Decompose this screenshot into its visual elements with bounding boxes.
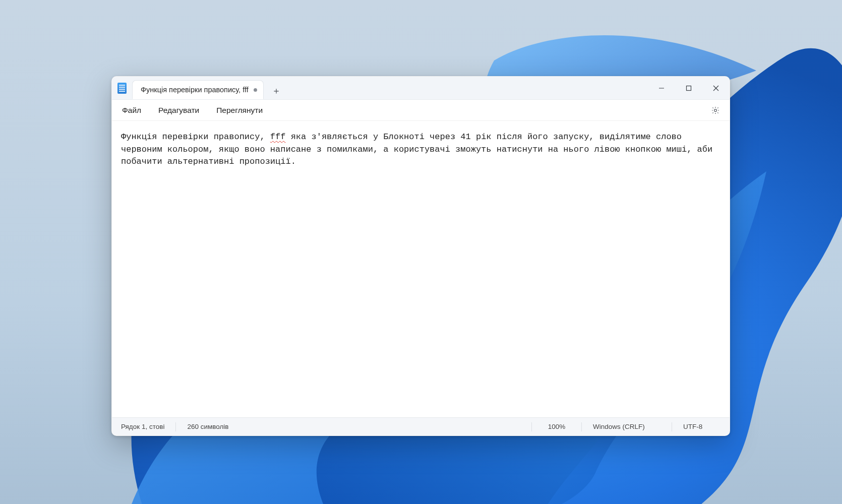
status-encoding[interactable]: UTF-8 <box>679 423 725 430</box>
spelling-error-word[interactable]: fff <box>270 132 286 142</box>
document-tab[interactable]: Функція перевірки правопису, fff <box>132 80 264 99</box>
menu-view[interactable]: Переглянути <box>208 103 271 118</box>
minimize-button[interactable] <box>648 77 675 100</box>
gear-icon <box>711 106 720 115</box>
status-cursor-position[interactable]: Рядок 1, стові <box>117 423 168 430</box>
tab-title: Функція перевірки правопису, fff <box>141 86 249 94</box>
status-separator <box>581 422 582 431</box>
status-line-ending[interactable]: Windows (CRLF) <box>589 423 665 430</box>
settings-button[interactable] <box>706 101 725 119</box>
svg-rect-1 <box>687 86 691 91</box>
text-editor[interactable]: Функція перевірки правопису, fff яка з'я… <box>112 121 730 417</box>
window-controls <box>648 77 730 99</box>
notepad-window: Функція перевірки правопису, fff ＋ Файл … <box>111 76 730 436</box>
new-tab-button[interactable]: ＋ <box>268 82 285 99</box>
status-zoom[interactable]: 100% <box>539 423 574 430</box>
menu-edit[interactable]: Редагувати <box>150 103 207 118</box>
menu-file[interactable]: Файл <box>114 103 149 118</box>
status-separator <box>531 422 532 431</box>
status-bar: Рядок 1, стові 260 символів 100% Windows… <box>112 417 730 435</box>
notepad-app-icon <box>112 77 132 99</box>
maximize-button[interactable] <box>675 77 702 100</box>
unsaved-indicator-icon <box>254 88 257 92</box>
status-char-count[interactable]: 260 символів <box>183 423 232 430</box>
menu-bar: Файл Редагувати Переглянути <box>112 100 730 121</box>
status-separator <box>175 422 176 431</box>
tab-strip: Функція перевірки правопису, fff ＋ <box>132 77 285 99</box>
titlebar[interactable]: Функція перевірки правопису, fff ＋ <box>112 77 730 100</box>
editor-text-before: Функція перевірки правопису, <box>121 132 270 142</box>
close-button[interactable] <box>702 77 730 100</box>
plus-icon: ＋ <box>272 86 281 95</box>
status-separator <box>672 422 672 431</box>
svg-point-4 <box>714 109 717 111</box>
